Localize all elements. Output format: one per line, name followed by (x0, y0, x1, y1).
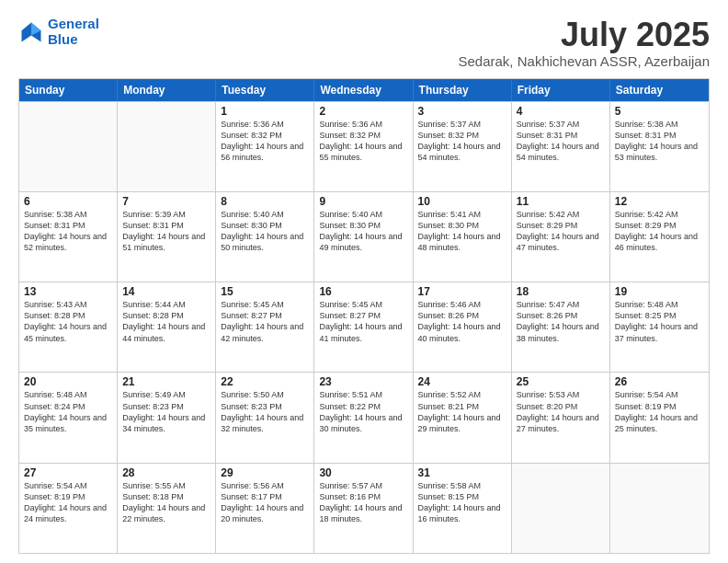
cal-cell: 31Sunrise: 5:58 AMSunset: 8:15 PMDayligh… (414, 464, 512, 553)
cell-info: Sunrise: 5:56 AMSunset: 8:17 PMDaylight:… (221, 480, 309, 525)
week-row-2: 6Sunrise: 5:38 AMSunset: 8:31 PMDaylight… (19, 191, 709, 282)
cell-info: Sunrise: 5:42 AMSunset: 8:29 PMDaylight:… (517, 209, 605, 254)
logo-text: General Blue (48, 17, 99, 47)
day-number: 10 (418, 195, 506, 208)
day-number: 25 (517, 375, 605, 388)
cal-cell (512, 464, 610, 553)
cal-cell: 14Sunrise: 5:44 AMSunset: 8:28 PMDayligh… (118, 282, 216, 372)
cal-cell: 15Sunrise: 5:45 AMSunset: 8:27 PMDayligh… (216, 282, 314, 372)
logo-line2: Blue (48, 31, 78, 47)
day-number: 1 (221, 105, 309, 118)
day-number: 30 (319, 466, 407, 479)
cal-cell: 18Sunrise: 5:47 AMSunset: 8:26 PMDayligh… (512, 282, 610, 372)
day-number: 18 (517, 285, 605, 298)
cell-info: Sunrise: 5:41 AMSunset: 8:30 PMDaylight:… (418, 209, 506, 254)
day-number: 16 (319, 285, 407, 298)
day-number: 31 (418, 466, 506, 479)
cell-info: Sunrise: 5:43 AMSunset: 8:28 PMDaylight:… (24, 299, 112, 344)
cal-cell: 26Sunrise: 5:54 AMSunset: 8:19 PMDayligh… (610, 373, 709, 462)
calendar: SundayMondayTuesdayWednesdayThursdayFrid… (18, 78, 710, 554)
day-number: 24 (418, 375, 506, 388)
cell-info: Sunrise: 5:45 AMSunset: 8:27 PMDaylight:… (319, 299, 407, 344)
cell-info: Sunrise: 5:57 AMSunset: 8:16 PMDaylight:… (319, 480, 407, 525)
cal-cell: 13Sunrise: 5:43 AMSunset: 8:28 PMDayligh… (19, 282, 118, 372)
day-number: 9 (319, 195, 407, 208)
cell-info: Sunrise: 5:45 AMSunset: 8:27 PMDaylight:… (221, 299, 309, 344)
cal-cell: 9Sunrise: 5:40 AMSunset: 8:30 PMDaylight… (314, 192, 413, 282)
cal-cell (118, 102, 216, 191)
day-number: 12 (615, 195, 704, 208)
cal-cell: 30Sunrise: 5:57 AMSunset: 8:16 PMDayligh… (314, 464, 413, 553)
cal-cell: 24Sunrise: 5:52 AMSunset: 8:21 PMDayligh… (414, 373, 512, 462)
day-header-tuesday: Tuesday (216, 79, 314, 101)
day-number: 2 (319, 105, 407, 118)
cell-info: Sunrise: 5:50 AMSunset: 8:23 PMDaylight:… (221, 389, 309, 434)
cal-cell: 5Sunrise: 5:38 AMSunset: 8:31 PMDaylight… (610, 102, 709, 191)
day-number: 7 (122, 195, 210, 208)
cell-info: Sunrise: 5:49 AMSunset: 8:23 PMDaylight:… (122, 389, 210, 434)
cell-info: Sunrise: 5:54 AMSunset: 8:19 PMDaylight:… (615, 389, 704, 434)
cal-cell: 20Sunrise: 5:48 AMSunset: 8:24 PMDayligh… (19, 373, 118, 462)
day-header-monday: Monday (118, 79, 216, 101)
cell-info: Sunrise: 5:42 AMSunset: 8:29 PMDaylight:… (615, 209, 704, 254)
cal-cell: 19Sunrise: 5:48 AMSunset: 8:25 PMDayligh… (610, 282, 709, 372)
day-number: 26 (615, 375, 704, 388)
cell-info: Sunrise: 5:38 AMSunset: 8:31 PMDaylight:… (24, 209, 112, 254)
cell-info: Sunrise: 5:38 AMSunset: 8:31 PMDaylight:… (615, 119, 704, 164)
cal-cell: 6Sunrise: 5:38 AMSunset: 8:31 PMDaylight… (19, 192, 118, 282)
day-number: 17 (418, 285, 506, 298)
day-number: 28 (122, 466, 210, 479)
cell-info: Sunrise: 5:46 AMSunset: 8:26 PMDaylight:… (418, 299, 506, 344)
cal-cell (19, 102, 118, 191)
subtitle: Sedarak, Nakhichevan ASSR, Azerbaijan (459, 53, 711, 69)
day-number: 13 (24, 285, 112, 298)
cal-cell: 8Sunrise: 5:40 AMSunset: 8:30 PMDaylight… (216, 192, 314, 282)
day-number: 23 (319, 375, 407, 388)
day-number: 8 (221, 195, 309, 208)
cell-info: Sunrise: 5:58 AMSunset: 8:15 PMDaylight:… (418, 480, 506, 525)
main-title: July 2025 (459, 17, 711, 53)
day-number: 4 (517, 105, 605, 118)
day-number: 27 (24, 466, 112, 479)
cell-info: Sunrise: 5:48 AMSunset: 8:24 PMDaylight:… (24, 389, 112, 434)
day-number: 14 (122, 285, 210, 298)
cal-cell: 1Sunrise: 5:36 AMSunset: 8:32 PMDaylight… (216, 102, 314, 191)
cell-info: Sunrise: 5:40 AMSunset: 8:30 PMDaylight:… (221, 209, 309, 254)
cell-info: Sunrise: 5:39 AMSunset: 8:31 PMDaylight:… (122, 209, 210, 254)
cal-cell: 10Sunrise: 5:41 AMSunset: 8:30 PMDayligh… (414, 192, 512, 282)
cal-cell: 4Sunrise: 5:37 AMSunset: 8:31 PMDaylight… (512, 102, 610, 191)
cell-info: Sunrise: 5:54 AMSunset: 8:19 PMDaylight:… (24, 480, 112, 525)
page: General Blue July 2025 Sedarak, Nakhiche… (0, 0, 728, 563)
cal-cell: 28Sunrise: 5:55 AMSunset: 8:18 PMDayligh… (118, 464, 216, 553)
cal-cell: 23Sunrise: 5:51 AMSunset: 8:22 PMDayligh… (314, 373, 413, 462)
cell-info: Sunrise: 5:48 AMSunset: 8:25 PMDaylight:… (615, 299, 704, 344)
cal-cell: 16Sunrise: 5:45 AMSunset: 8:27 PMDayligh… (314, 282, 413, 372)
cal-cell: 2Sunrise: 5:36 AMSunset: 8:32 PMDaylight… (314, 102, 413, 191)
header: General Blue July 2025 Sedarak, Nakhiche… (18, 17, 710, 69)
calendar-header: SundayMondayTuesdayWednesdayThursdayFrid… (19, 79, 709, 101)
logo: General Blue (18, 17, 99, 47)
day-number: 29 (221, 466, 309, 479)
week-row-3: 13Sunrise: 5:43 AMSunset: 8:28 PMDayligh… (19, 282, 709, 372)
logo-line1: General (48, 16, 99, 31)
cal-cell: 12Sunrise: 5:42 AMSunset: 8:29 PMDayligh… (610, 192, 709, 282)
cell-info: Sunrise: 5:44 AMSunset: 8:28 PMDaylight:… (122, 299, 210, 344)
day-number: 15 (221, 285, 309, 298)
cell-info: Sunrise: 5:36 AMSunset: 8:32 PMDaylight:… (319, 119, 407, 164)
cell-info: Sunrise: 5:51 AMSunset: 8:22 PMDaylight:… (319, 389, 407, 434)
cell-info: Sunrise: 5:37 AMSunset: 8:32 PMDaylight:… (418, 119, 506, 164)
day-number: 20 (24, 375, 112, 388)
cal-cell (610, 464, 709, 553)
cell-info: Sunrise: 5:55 AMSunset: 8:18 PMDaylight:… (122, 480, 210, 525)
cell-info: Sunrise: 5:53 AMSunset: 8:20 PMDaylight:… (517, 389, 605, 434)
cal-cell: 27Sunrise: 5:54 AMSunset: 8:19 PMDayligh… (19, 464, 118, 553)
cell-info: Sunrise: 5:40 AMSunset: 8:30 PMDaylight:… (319, 209, 407, 254)
day-header-friday: Friday (512, 79, 610, 101)
logo-icon (18, 19, 44, 45)
cal-cell: 21Sunrise: 5:49 AMSunset: 8:23 PMDayligh… (118, 373, 216, 462)
cal-cell: 22Sunrise: 5:50 AMSunset: 8:23 PMDayligh… (216, 373, 314, 462)
cal-cell: 25Sunrise: 5:53 AMSunset: 8:20 PMDayligh… (512, 373, 610, 462)
week-row-5: 27Sunrise: 5:54 AMSunset: 8:19 PMDayligh… (19, 463, 709, 553)
day-number: 5 (615, 105, 704, 118)
day-number: 19 (615, 285, 704, 298)
